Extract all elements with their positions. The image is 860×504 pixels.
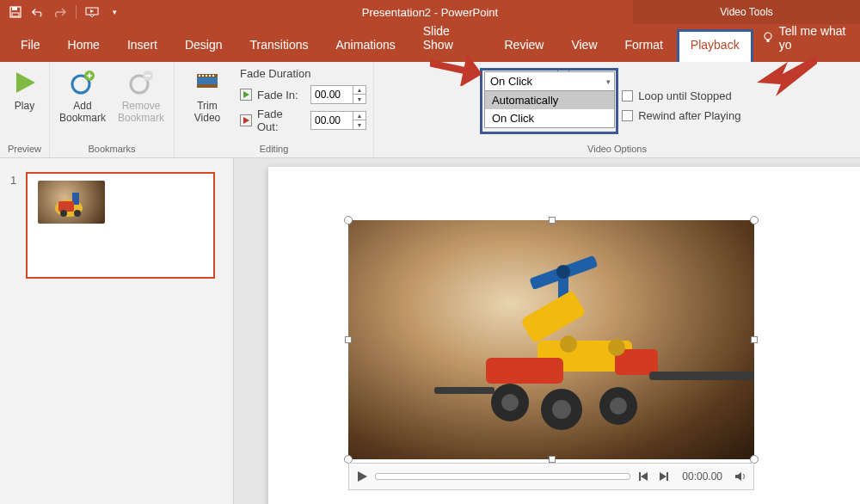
spinner-up-icon[interactable]: ▲ [353, 86, 366, 95]
tab-insert[interactable]: Insert [114, 29, 171, 62]
svg-point-25 [74, 210, 81, 217]
video-play-bar[interactable]: 00:00.00 [348, 463, 754, 490]
start-dropdown[interactable]: On Click Automatically On Click [484, 71, 615, 128]
tab-slideshow[interactable]: Slide Show [409, 15, 491, 62]
tab-design[interactable]: Design [171, 29, 236, 62]
slide-canvas[interactable]: 00:00.00 [234, 158, 860, 504]
svg-point-4 [765, 33, 771, 40]
add-bookmark-icon [69, 69, 96, 96]
svg-rect-13 [199, 75, 200, 77]
svg-rect-30 [486, 358, 563, 384]
fade-in-value[interactable] [311, 87, 353, 102]
svg-rect-41 [649, 372, 754, 380]
start-dropdown-value[interactable]: On Click [485, 72, 614, 91]
trim-video-button[interactable]: Trim Video [181, 65, 233, 124]
selection-handle[interactable] [750, 216, 759, 224]
fade-out-label: Fade Out: [257, 108, 305, 133]
svg-rect-23 [58, 201, 74, 212]
svg-rect-5 [766, 40, 769, 42]
thumbnail-video-preview [38, 181, 105, 224]
slide-1[interactable]: 00:00.00 [268, 167, 860, 504]
start-option-automatically[interactable]: Automatically [485, 91, 614, 109]
spinner-down-icon[interactable]: ▼ [353, 120, 366, 129]
start-option-onclick[interactable]: On Click [485, 109, 614, 127]
step-back-icon[interactable] [636, 469, 651, 484]
undo-icon[interactable] [31, 5, 45, 19]
trim-video-icon [194, 69, 221, 96]
svg-point-36 [501, 394, 519, 411]
loop-until-stopped-checkbox[interactable]: Loop until Stopped [622, 89, 740, 102]
tab-playback[interactable]: Playback [677, 29, 753, 62]
fade-in-label: Fade In: [257, 89, 305, 101]
save-icon[interactable] [9, 5, 22, 19]
tab-file[interactable]: File [7, 29, 54, 62]
tab-view[interactable]: View [557, 29, 611, 62]
redo-icon[interactable] [53, 5, 67, 19]
group-editing: Trim Video Fade Duration Fade In: ▲▼ Fad… [175, 62, 374, 157]
play-button-icon[interactable] [354, 469, 370, 484]
fade-duration-label: Fade Duration [240, 67, 310, 80]
group-bookmarks: Add Bookmark Remove Bookmark Bookmarks [50, 62, 175, 157]
lightbulb-icon [762, 32, 774, 44]
svg-rect-2 [12, 13, 19, 16]
group-preview: Play Preview [0, 62, 50, 157]
video-time: 00:00.00 [682, 470, 722, 482]
rewind-after-playing-checkbox[interactable]: Rewind after Playing [622, 109, 740, 122]
selection-handle[interactable] [345, 336, 352, 343]
spinner-down-icon[interactable]: ▼ [353, 95, 366, 103]
remove-bookmark-icon [127, 69, 155, 96]
fade-in-spinner[interactable]: ▲▼ [310, 85, 366, 104]
svg-rect-43 [639, 472, 641, 481]
selection-handle[interactable] [751, 336, 758, 343]
svg-point-33 [560, 335, 577, 353]
svg-rect-42 [434, 387, 494, 394]
tell-me-label: Tell me what yo [779, 24, 851, 52]
step-forward-icon[interactable] [656, 469, 672, 484]
qat-more-icon[interactable]: ▾ [108, 5, 121, 19]
svg-point-34 [608, 339, 625, 356]
checkbox-icon [622, 110, 633, 121]
selection-handle[interactable] [344, 216, 353, 224]
workspace: 1 [0, 158, 860, 504]
svg-rect-1 [12, 7, 17, 10]
svg-rect-16 [209, 75, 211, 77]
video-progress-track[interactable] [375, 473, 630, 480]
play-icon [11, 69, 39, 96]
thumbnail-number: 1 [10, 174, 16, 187]
ribbon-tab-strip: File Home Insert Design Transitions Anim… [0, 24, 860, 62]
quick-access-toolbar: ▾ [0, 5, 121, 19]
slide-thumbnail-1[interactable] [26, 172, 215, 279]
svg-point-24 [60, 210, 67, 217]
slide-thumbnail-panel[interactable]: 1 [0, 158, 234, 504]
play-button[interactable]: Play [0, 65, 51, 112]
remove-bookmark-button: Remove Bookmark [115, 65, 167, 124]
svg-rect-44 [666, 472, 668, 481]
selection-handle[interactable] [549, 217, 556, 224]
svg-point-38 [552, 400, 571, 419]
svg-rect-32 [520, 290, 587, 344]
tab-animations[interactable]: Animations [322, 29, 408, 62]
slideshow-from-start-icon[interactable] [85, 5, 99, 19]
fade-out-play-icon [240, 114, 252, 126]
tab-format[interactable]: Format [611, 29, 677, 62]
contextual-tab-header: Video Tools [633, 0, 860, 24]
ribbon: Play Preview Add Bookmark Remove Bookmar… [0, 62, 860, 158]
svg-rect-12 [197, 84, 218, 88]
svg-rect-14 [202, 75, 204, 77]
volume-icon[interactable] [733, 469, 748, 484]
group-video-options: Volume ▼ Start: Play F Hide W [374, 62, 860, 157]
tab-review[interactable]: Review [491, 29, 558, 62]
video-object[interactable] [348, 220, 754, 459]
selection-handle[interactable] [549, 456, 556, 463]
svg-point-40 [610, 397, 627, 415]
svg-rect-15 [206, 75, 207, 77]
add-bookmark-button[interactable]: Add Bookmark [57, 65, 108, 124]
spinner-up-icon[interactable]: ▲ [353, 112, 366, 120]
tab-home[interactable]: Home [54, 29, 114, 62]
fade-out-spinner[interactable]: ▲▼ [310, 111, 366, 130]
checkbox-icon [622, 90, 633, 101]
fade-in-play-icon [240, 89, 252, 101]
tell-me-search[interactable]: Tell me what yo [753, 24, 860, 62]
tab-transitions[interactable]: Transitions [236, 29, 322, 62]
fade-out-value[interactable] [311, 113, 353, 128]
